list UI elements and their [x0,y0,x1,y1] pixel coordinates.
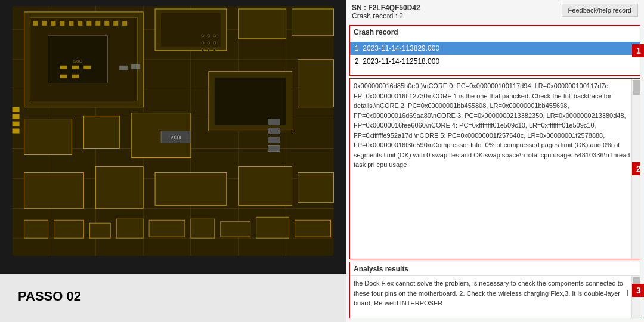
header-info: SN : F2LF4QF50D42 Crash record : 2 [352,4,420,20]
svg-rect-56 [72,66,79,69]
passo-label: PASSO 02 [18,289,81,304]
svg-point-72 [202,49,204,51]
svg-rect-35 [24,119,72,155]
svg-rect-19 [42,21,47,26]
crash-record-title: Crash record [350,26,640,39]
svg-rect-27 [113,21,118,26]
svg-text:SoC: SoC [73,58,83,64]
svg-rect-64 [13,122,20,126]
svg-rect-18 [33,21,38,26]
svg-rect-22 [69,21,73,26]
svg-rect-33 [239,9,286,39]
analysis-scrollbar[interactable] [631,276,640,318]
svg-rect-42 [95,166,143,208]
svg-rect-54 [295,220,331,237]
svg-rect-21 [60,21,64,26]
crash-detail-section: 0x000000016d85b0e0 )\nCORE 0: PC=0x00000… [349,78,640,259]
svg-point-69 [202,42,204,44]
svg-rect-26 [104,21,109,26]
svg-rect-34 [292,9,334,36]
svg-rect-28 [122,21,127,26]
cursor-indicator: I [627,287,629,299]
svg-rect-45 [298,172,334,202]
svg-point-74 [213,49,216,51]
crash-detail-text: 0x000000016d85b0e0 )\nCORE 0: PC=0x00000… [354,82,630,168]
right-panel: SN : F2LF4QF50D42 Crash record : 2 Feedb… [346,0,644,322]
svg-point-68 [213,35,216,37]
svg-point-70 [208,42,210,44]
analysis-outer: Analysis results the Dock Flex cannot so… [349,262,640,318]
svg-rect-25 [95,21,100,26]
svg-rect-52 [221,221,250,237]
svg-rect-59 [72,75,79,78]
badge-3: 3 [632,284,644,297]
svg-rect-65 [13,129,20,134]
crash-detail-content[interactable]: 0x000000016d85b0e0 )\nCORE 0: PC=0x00000… [350,79,640,259]
svg-rect-32 [161,13,221,47]
svg-rect-46 [24,220,48,238]
crash-record-outer: Crash record 1. 2023-11-14-113829.000 2.… [349,25,640,76]
svg-rect-80 [268,145,280,151]
svg-rect-44 [239,166,292,205]
svg-rect-61 [131,64,140,69]
svg-rect-63 [13,114,20,119]
crash-item-1[interactable]: 1. 2023-11-14-113829.000 [350,42,640,55]
crash-detail-outer: 0x000000016d85b0e0 )\nCORE 0: PC=0x00000… [349,78,640,259]
svg-rect-43 [155,172,227,205]
svg-rect-62 [13,107,20,112]
svg-rect-41 [24,172,84,208]
svg-rect-40 [298,60,334,107]
svg-rect-78 [268,128,280,134]
svg-rect-51 [191,219,215,238]
analysis-title: Analysis results [350,262,640,276]
svg-rect-53 [256,217,289,238]
crash-record-section: Crash record 1. 2023-11-14-113829.000 2.… [349,25,640,76]
badge-2: 2 [632,162,640,175]
left-panel: SoC [0,0,346,322]
crash-list: 1. 2023-11-14-113829.000 2. 2023-11-14-1… [350,39,640,75]
svg-point-71 [213,42,216,44]
analysis-text: the Dock Flex cannot solve the problem, … [354,280,623,306]
feedback-button[interactable]: Feedback/help record [562,4,638,17]
crash-count-label: Crash record : 2 [352,12,420,20]
svg-rect-50 [149,220,185,237]
svg-rect-48 [89,223,110,238]
svg-rect-24 [86,21,91,26]
svg-rect-49 [116,219,143,238]
svg-point-66 [202,35,204,37]
svg-rect-57 [83,66,91,69]
svg-point-67 [208,35,210,37]
svg-rect-58 [60,75,67,78]
svg-rect-36 [83,116,119,149]
sn-label: SN : F2LF4QF50D42 [352,4,420,12]
svg-rect-77 [268,119,280,125]
header-section: SN : F2LF4QF50D42 Crash record : 2 Feedb… [346,0,644,24]
svg-point-73 [208,49,210,51]
svg-rect-39 [215,78,286,125]
right-content: Crash record 1. 2023-11-14-113829.000 2.… [346,24,644,322]
svg-rect-60 [119,66,128,70]
svg-rect-23 [78,21,82,26]
svg-rect-20 [51,21,55,26]
analysis-section: Analysis results the Dock Flex cannot so… [349,262,640,318]
analysis-content: the Dock Flex cannot solve the problem, … [350,276,640,318]
svg-text:VSSE: VSSE [171,135,182,140]
crash-item-2[interactable]: 2. 2023-11-14-112518.000 [350,55,640,68]
scrollbar-thumb[interactable] [633,80,640,95]
svg-rect-79 [268,137,280,143]
svg-rect-47 [54,220,83,238]
svg-rect-55 [60,66,67,69]
badge-1: 1 [632,44,644,57]
